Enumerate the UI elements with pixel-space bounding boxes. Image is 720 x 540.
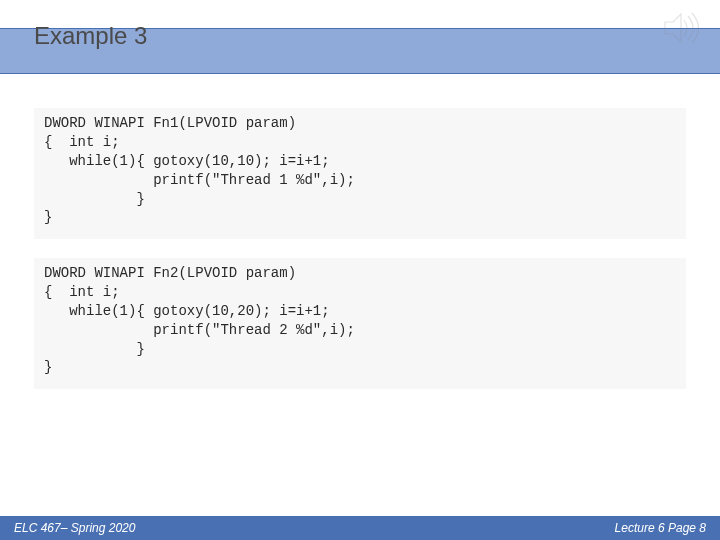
footer-page: Lecture 6 Page 8: [615, 521, 706, 535]
footer-bar: ELC 467– Spring 2020 Lecture 6 Page 8: [0, 516, 720, 540]
code-block-fn1: DWORD WINAPI Fn1(LPVOID param) { int i; …: [34, 108, 686, 239]
slide-title: Example 3: [34, 22, 147, 50]
code-text-fn2: DWORD WINAPI Fn2(LPVOID param) { int i; …: [44, 264, 676, 377]
audio-icon[interactable]: [662, 10, 702, 46]
code-text-fn1: DWORD WINAPI Fn1(LPVOID param) { int i; …: [44, 114, 676, 227]
code-block-fn2: DWORD WINAPI Fn2(LPVOID param) { int i; …: [34, 258, 686, 389]
slide: Example 3 DWORD WINAPI Fn1(LPVOID param)…: [0, 0, 720, 540]
footer-course: ELC 467– Spring 2020: [14, 521, 135, 535]
